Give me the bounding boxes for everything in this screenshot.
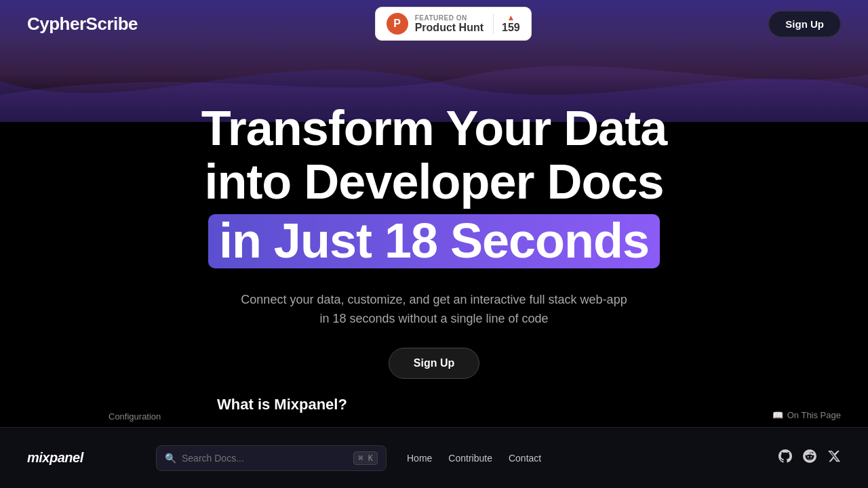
hero-section: Transform Your Data into Developer Docs … <box>0 47 868 379</box>
docs-logo-text: mixpanel <box>27 450 83 465</box>
upvote-arrow-icon: ▲ <box>507 14 515 22</box>
product-hunt-votes: ▲ 159 <box>493 14 520 34</box>
reddit-icon[interactable] <box>803 449 816 466</box>
nav-contribute[interactable]: Contribute <box>448 453 492 464</box>
docs-logo: mixpanel <box>27 450 136 466</box>
docs-nav: Home Contribute Contact <box>407 453 778 464</box>
vote-count: 159 <box>502 22 520 34</box>
search-icon: 🔍 <box>165 453 176 464</box>
config-label: Configuration <box>108 411 161 427</box>
hero-title-highlight: in Just 18 Seconds <box>208 214 660 268</box>
nav-contact[interactable]: Contact <box>509 453 541 464</box>
hero-title-line1: Transform Your Data <box>201 101 667 155</box>
header: CypherScribe P FEATURED ON Product Hunt … <box>0 0 868 47</box>
nav-home[interactable]: Home <box>407 453 432 464</box>
hero-subtitle-line2: in 18 seconds without a single line of c… <box>319 312 548 325</box>
search-input[interactable] <box>182 453 348 464</box>
hero-subtitle-line1: Connect your data, customize, and get an… <box>241 293 627 306</box>
docs-bar: mixpanel 🔍 ⌘ K Home Contribute Contact <box>0 427 868 488</box>
hero-title: Transform Your Data into Developer Docs … <box>201 102 667 268</box>
product-hunt-text: FEATURED ON Product Hunt <box>415 14 484 34</box>
hero-subtitle: Connect your data, customize, and get an… <box>241 290 627 329</box>
hero-title-line2: into Developer Docs <box>204 155 663 209</box>
twitter-icon[interactable] <box>827 449 841 466</box>
logo: CypherScribe <box>27 14 138 35</box>
product-hunt-featured-label: FEATURED ON <box>415 14 484 22</box>
docs-search[interactable]: 🔍 ⌘ K <box>156 445 387 471</box>
hero-signup-button[interactable]: Sign Up <box>389 348 479 379</box>
product-hunt-name: Product Hunt <box>415 22 484 34</box>
docs-social-icons <box>778 449 841 466</box>
search-keyboard-shortcut: ⌘ K <box>353 451 378 465</box>
product-hunt-badge[interactable]: P FEATURED ON Product Hunt ▲ 159 <box>375 7 532 41</box>
sub-content: Configuration <box>0 400 868 427</box>
header-signup-button[interactable]: Sign Up <box>768 11 841 37</box>
github-icon[interactable] <box>778 449 792 466</box>
product-hunt-icon: P <box>387 13 408 35</box>
